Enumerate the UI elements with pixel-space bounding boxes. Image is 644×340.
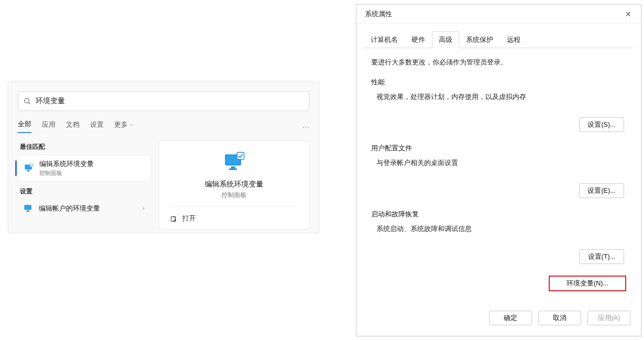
apply-button[interactable]: 应用(A)	[587, 311, 630, 325]
tab-hardware[interactable]: 硬件	[405, 31, 432, 48]
monitor-icon	[23, 203, 34, 214]
tab-docs[interactable]: 文档	[66, 120, 80, 133]
result-subtitle: 控制面板	[39, 169, 94, 177]
svg-rect-13	[231, 167, 235, 169]
dialog-tabs: 计算机名 硬件 高级 系统保护 远程	[364, 31, 634, 48]
search-preview: 编辑系统环境变量 控制面板 打开	[159, 140, 309, 229]
search-ellipsis[interactable]: ···	[302, 123, 309, 130]
preview-subtitle: 控制面板	[221, 191, 247, 199]
group-startup-recovery: 启动和故障恢复 系统启动、系统故障和调试信息 设置(T)...	[371, 210, 626, 264]
tab-advanced[interactable]: 高级	[432, 31, 459, 48]
startup-settings-button[interactable]: 设置(T)...	[579, 249, 624, 264]
divider	[170, 206, 298, 207]
environment-variables-button[interactable]: 环境变量(N)...	[549, 276, 626, 291]
group-title: 性能	[371, 78, 626, 87]
group-performance: 性能 视觉效果，处理器计划，内存使用，以及虚拟内存 设置(S)...	[371, 78, 626, 132]
tab-settings[interactable]: 设置	[90, 120, 104, 133]
result-edit-system-env[interactable]: 编辑系统环境变量 控制面板	[18, 155, 151, 182]
result-title: 编辑系统环境变量	[39, 159, 94, 169]
group-best-match: 最佳匹配	[20, 142, 151, 151]
cancel-button[interactable]: 取消	[538, 311, 581, 325]
selection-accent	[15, 160, 17, 176]
tab-system-protection[interactable]: 系统保护	[459, 31, 500, 48]
group-user-profiles: 用户配置文件 与登录帐户相关的桌面设置 设置(E)...	[371, 144, 626, 198]
svg-rect-6	[30, 164, 34, 167]
group-title: 用户配置文件	[371, 144, 626, 153]
preview-open[interactable]: 打开	[170, 212, 298, 225]
preview-title: 编辑系统环境变量	[205, 180, 263, 189]
search-input[interactable]	[36, 97, 304, 105]
search-results: 最佳匹配 编辑系统环境变量 控制面板 设置	[18, 140, 309, 229]
result-edit-account-env[interactable]: 编辑帐户的环境变量	[18, 199, 151, 218]
result-text: 编辑帐户的环境变量	[39, 204, 100, 213]
result-text: 编辑系统环境变量 控制面板	[39, 159, 94, 177]
group-desc: 系统启动、系统故障和调试信息	[376, 224, 624, 234]
group-title: 启动和故障恢复	[371, 210, 626, 219]
svg-rect-15	[237, 152, 244, 159]
chevron-down-icon	[129, 123, 134, 127]
svg-rect-5	[27, 171, 30, 171]
search-icon	[24, 97, 31, 105]
monitor-check-icon	[24, 163, 34, 173]
admin-note: 要进行大多数更改，你必须作为管理员登录。	[371, 58, 626, 67]
preview-open-label: 打开	[182, 214, 196, 223]
search-tabs: 全部 应用 文档 设置 更多 ···	[18, 119, 309, 133]
open-icon	[170, 215, 177, 223]
tab-apps[interactable]: 应用	[42, 120, 55, 133]
group-desc: 与登录帐户相关的桌面设置	[376, 158, 624, 168]
search-panel: 全部 应用 文档 设置 更多 ··· 最佳匹配	[8, 81, 319, 233]
tab-more-label: 更多	[114, 120, 128, 129]
svg-rect-4	[28, 170, 29, 171]
svg-rect-16	[171, 216, 175, 221]
performance-settings-button[interactable]: 设置(S)...	[579, 117, 624, 132]
svg-line-1	[28, 102, 30, 104]
svg-point-0	[25, 98, 29, 103]
monitor-check-icon	[222, 150, 246, 174]
svg-rect-9	[27, 210, 29, 211]
result-title: 编辑帐户的环境变量	[39, 204, 100, 213]
svg-rect-14	[229, 169, 237, 170]
search-results-list: 最佳匹配 编辑系统环境变量 控制面板 设置	[18, 140, 151, 229]
tab-all[interactable]: 全部	[18, 119, 31, 133]
tab-computer-name[interactable]: 计算机名	[364, 31, 405, 48]
system-properties-dialog: 系统属性 ✕ 计算机名 硬件 高级 系统保护 远程 要进行大多数更改，你必须作为…	[356, 4, 641, 336]
group-settings: 设置	[20, 187, 151, 196]
close-icon[interactable]: ✕	[621, 10, 636, 18]
group-desc: 视觉效果，处理器计划，内存使用，以及虚拟内存	[376, 92, 624, 102]
ok-button[interactable]: 确定	[489, 311, 532, 325]
dialog-titlebar: 系统属性 ✕	[357, 5, 641, 24]
tab-remote[interactable]: 远程	[500, 31, 527, 48]
user-profiles-settings-button[interactable]: 设置(E)...	[579, 183, 624, 198]
svg-rect-8	[25, 205, 31, 210]
search-box[interactable]	[18, 91, 309, 111]
dialog-body: 要进行大多数更改，你必须作为管理员登录。 性能 视觉效果，处理器计划，内存使用，…	[357, 48, 641, 302]
dialog-title: 系统属性	[365, 9, 392, 19]
tab-more[interactable]: 更多	[114, 120, 134, 133]
chevron-right-icon	[141, 206, 146, 211]
dialog-footer: 确定 取消 应用(A)	[357, 302, 641, 336]
svg-rect-10	[26, 211, 30, 212]
